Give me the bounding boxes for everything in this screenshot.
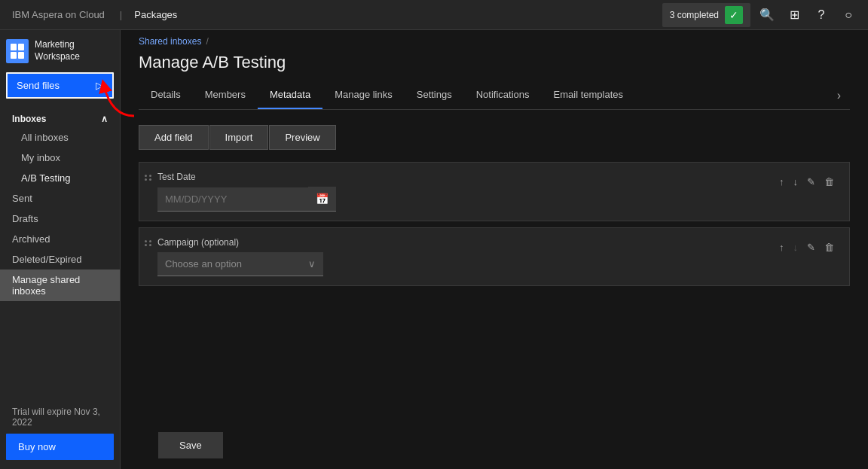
field-edit-button-test-date[interactable]: ✎ [804,173,818,190]
topnav-left: IBM Aspera on Cloud | Packages [9,9,177,20]
drag-handle-test-date[interactable] [139,175,157,181]
save-button[interactable]: Save [158,432,223,458]
app-body: Marketing Workspace Send files ▷ Inboxes… [0,30,868,469]
campaign-select[interactable]: Choose an option ∨ [157,252,323,276]
field-edit-button-campaign[interactable]: ✎ [804,239,818,256]
date-input-row: 📅 [157,187,764,212]
field-card-campaign: Campaign (optional) Choose an option ∨ ↑… [139,227,850,286]
tab-metadata[interactable]: Metadata [258,81,322,109]
main-header: Shared inboxes / Manage A/B Testing Deta… [121,30,868,110]
field-actions-campaign: ↑ ↓ ✎ 🗑 [776,239,837,256]
sidebar-item-all-inboxes[interactable]: All inboxes [0,127,120,148]
field-up-button-test-date[interactable]: ↑ [776,173,787,190]
field-content-test-date: Test Date 📅 [157,172,764,212]
sidebar-item-drafts[interactable]: Drafts [0,209,120,229]
field-delete-button-campaign[interactable]: 🗑 [821,239,837,256]
topnav-divider: | [120,9,122,20]
field-card-inner: Test Date 📅 ↑ ↓ ✎ 🗑 [139,172,837,212]
help-icon[interactable]: ? [811,5,832,26]
topnav: IBM Aspera on Cloud | Packages 3 complet… [0,0,868,30]
sidebar: Marketing Workspace Send files ▷ Inboxes… [0,30,121,469]
field-down-button-campaign: ↓ [790,239,802,256]
tab-members[interactable]: Members [193,81,258,109]
sidebar-item-ab-testing[interactable]: A/B Testing [0,168,120,188]
add-field-button[interactable]: Add field [139,125,209,150]
tab-notifications[interactable]: Notifications [464,81,542,109]
content-area: Add field Import Preview Test Date [121,110,868,469]
sidebar-brand-text: Marketing Workspace [35,39,114,62]
send-files-button[interactable]: Send files ▷ [6,72,114,99]
field-content-campaign: Campaign (optional) Choose an option ∨ [157,237,764,276]
date-input-test-date[interactable] [157,187,308,212]
brand-icon [6,39,29,63]
field-card-test-date: Test Date 📅 ↑ ↓ ✎ 🗑 [139,162,850,221]
chevron-up-icon: ∧ [101,114,108,124]
sidebar-item-sent[interactable]: Sent [0,188,120,209]
field-delete-button-test-date[interactable]: 🗑 [821,173,837,190]
sidebar-item-deleted[interactable]: Deleted/Expired [0,249,120,270]
breadcrumb-link[interactable]: Shared inboxes [139,36,201,47]
field-actions-test-date: ↑ ↓ ✎ 🗑 [776,173,837,190]
breadcrumb-separator: / [206,36,208,47]
import-button[interactable]: Import [209,125,269,150]
buy-now-button[interactable]: Buy now [6,434,114,460]
grid-icon[interactable]: ⊞ [784,5,805,26]
main-content: Shared inboxes / Manage A/B Testing Deta… [121,30,868,469]
topnav-right: 3 completed ✓ 🔍 ⊞ ? ○ [662,3,859,27]
field-card-inner-campaign: Campaign (optional) Choose an option ∨ ↑… [139,237,837,276]
tab-manage-links[interactable]: Manage links [322,81,405,109]
save-button-area: Save [158,432,223,458]
drag-handle-campaign[interactable] [139,240,157,246]
user-icon[interactable]: ○ [838,5,859,26]
tab-details[interactable]: Details [139,81,193,109]
topnav-packages-link[interactable]: Packages [134,9,177,20]
send-icon: ▷ [96,80,103,91]
action-buttons-row: Add field Import Preview [139,125,850,150]
field-down-button-test-date[interactable]: ↓ [790,173,802,190]
sidebar-item-archived[interactable]: Archived [0,229,120,249]
tab-settings[interactable]: Settings [405,81,464,109]
preview-button[interactable]: Preview [269,125,335,150]
breadcrumb: Shared inboxes / [139,36,850,47]
field-up-button-campaign[interactable]: ↑ [776,239,787,256]
inboxes-section-header[interactable]: Inboxes ∧ [0,108,120,127]
trial-notice: Trial will expire Nov 3, 2022 [0,397,120,434]
chevron-down-icon: ∨ [308,258,316,270]
topnav-completed-badge[interactable]: 3 completed ✓ [662,3,750,27]
sidebar-item-manage-shared-inboxes[interactable]: Manage shared inboxes [0,270,120,301]
tabs-scroll-right[interactable]: › [828,89,850,102]
search-icon[interactable]: 🔍 [756,5,778,26]
field-label-test-date: Test Date [157,172,764,182]
field-label-campaign: Campaign (optional) [157,237,764,248]
topnav-checkmark-icon: ✓ [725,6,743,24]
sidebar-item-my-inbox[interactable]: My inbox [0,148,120,168]
sidebar-brand: Marketing Workspace [0,30,120,72]
page-title: Manage A/B Testing [139,53,850,72]
calendar-icon: 📅 [308,187,336,212]
tab-email-templates[interactable]: Email templates [542,81,635,109]
tabs: Details Members Metadata Manage links Se… [139,81,850,110]
topnav-brand: IBM Aspera on Cloud [9,9,108,20]
